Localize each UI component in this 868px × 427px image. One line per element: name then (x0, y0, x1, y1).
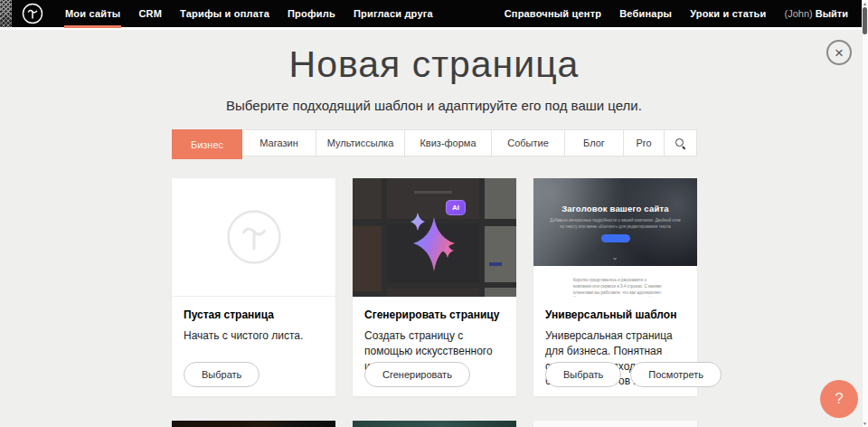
logout-link[interactable]: Выйти (816, 8, 848, 19)
nav-my-sites[interactable]: Мои сайты (56, 0, 129, 27)
view-template-button[interactable]: Посмотреть (630, 362, 722, 387)
card-body: Универсальный шаблон Универсальная стран… (533, 297, 697, 396)
secondary-nav: Справочный центр Вебинары Уроки и статьи… (495, 0, 868, 27)
template-category-tabs: Бизнес Магазин Мультиссылка Квиз-форма С… (172, 129, 697, 157)
template-hero: Заголовок вашего сайта Добавьте интересн… (533, 178, 697, 266)
user-name: (John) (785, 8, 813, 19)
nav-help-center[interactable]: Справочный центр (495, 0, 611, 27)
generate-button[interactable]: Сгенерировать (364, 362, 470, 387)
card-ai-generate[interactable]: AI Сгенерировать страницу Создать страни… (353, 178, 516, 396)
card-next-row-1-image (172, 421, 335, 427)
template-hero-button (601, 234, 630, 242)
ai-badge: AI (446, 200, 466, 215)
tilda-logo-icon (22, 3, 43, 24)
card-title: Сгенерировать страницу (364, 308, 505, 321)
template-body-text: Коротко представьтесь и расскажите о ком… (573, 278, 665, 297)
user-logout[interactable]: (John) Выйти (776, 8, 849, 19)
top-navbar: Мои сайты CRM Тарифы и оплата Профиль Пр… (0, 0, 868, 27)
template-preview: Заголовок вашего сайта Добавьте интересн… (533, 178, 697, 297)
nav-crm[interactable]: CRM (129, 0, 171, 27)
tab-blog[interactable]: Блог (565, 130, 624, 156)
template-hero-subtext: Добавьте интересные подробности о вашей … (550, 218, 681, 231)
nav-tariffs[interactable]: Тарифы и оплата (171, 0, 278, 27)
blank-page-preview (172, 178, 335, 297)
tab-business[interactable]: Бизнес (172, 129, 242, 159)
edge-texture (0, 0, 12, 27)
tilda-logo[interactable] (22, 3, 43, 24)
card-body: Пустая страница Начать с чистого листа. … (172, 297, 335, 396)
scrollbar-thumb[interactable] (863, 7, 867, 34)
select-blank-button[interactable]: Выбрать (184, 362, 259, 387)
tab-shop[interactable]: Магазин (242, 130, 316, 156)
ai-sparkle-icon (353, 178, 516, 297)
tab-quiz-form[interactable]: Квиз-форма (405, 130, 492, 156)
card-next-row-2-image (353, 421, 516, 427)
nav-profile[interactable]: Профиль (278, 0, 344, 27)
card-description: Начать с чистого листа. (184, 328, 324, 344)
nav-invite-friend[interactable]: Пригласи друга (344, 0, 442, 27)
scroll-down-arrow[interactable]: ▼ (862, 421, 868, 426)
card-next-row-2[interactable] (353, 421, 516, 427)
template-text-section: Коротко представьтесь и расскажите о ком… (533, 266, 697, 297)
page-scrollbar[interactable]: ▲ ▼ (862, 0, 868, 427)
card-body: Сгенерировать страницу Создать страницу … (353, 297, 516, 396)
ai-preview: AI (353, 178, 516, 297)
card-universal-template[interactable]: Заголовок вашего сайта Добавьте интересн… (533, 178, 697, 396)
card-next-row-3[interactable] (533, 421, 697, 427)
select-template-button[interactable]: Выбрать (545, 362, 621, 387)
card-next-row-1[interactable] (172, 421, 335, 427)
card-title: Пустая страница (184, 308, 324, 321)
template-hero-heading: Заголовок вашего сайта (533, 204, 697, 214)
card-title: Универсальный шаблон (545, 308, 685, 321)
help-button[interactable]: ? (820, 380, 858, 418)
tab-search[interactable] (665, 130, 696, 156)
card-blank-page[interactable]: Пустая страница Начать с чистого листа. … (172, 178, 335, 396)
tab-multilink[interactable]: Мультиссылка (316, 130, 405, 156)
page-subtitle: Выберите подходящий шаблон и адаптируйте… (0, 98, 868, 113)
nav-webinars[interactable]: Вебинары (610, 0, 681, 27)
scroll-up-arrow[interactable]: ▲ (862, 1, 868, 6)
chevron-down-icon: ⌄ (611, 254, 618, 261)
card-next-row-3-image (533, 421, 697, 427)
tilda-watermark-icon (226, 209, 282, 265)
page-title: Новая страница (0, 43, 868, 86)
close-button[interactable]: × (826, 40, 852, 65)
header-divider (0, 27, 868, 30)
tab-pro[interactable]: Pro (624, 130, 665, 156)
tab-event[interactable]: Событие (492, 130, 565, 156)
main-nav: Мои сайты CRM Тарифы и оплата Профиль Пр… (56, 0, 442, 27)
nav-lessons[interactable]: Уроки и статьи (681, 0, 775, 27)
search-icon (675, 138, 686, 149)
